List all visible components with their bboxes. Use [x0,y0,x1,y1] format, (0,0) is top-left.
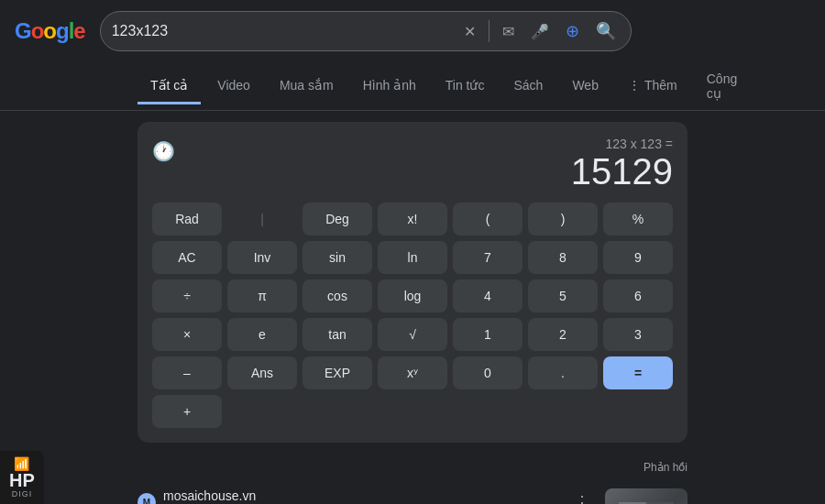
google-logo: Google [15,18,85,44]
calc-btn-4[interactable]: 4 [453,279,522,312]
calc-history-icon[interactable]: 🕐 [152,140,175,162]
tab-more-label: Thêm [644,78,677,93]
calc-btn-deg[interactable]: Deg [302,203,372,236]
calc-btn-multiply[interactable]: × [152,318,222,351]
calc-btn-dot[interactable]: . [528,356,598,389]
calc-btn-equals[interactable]: = [603,356,673,389]
calc-btn-2[interactable]: 2 [528,318,598,351]
search-bar: ✕ ✉ 🎤 ⊕ 🔍 [100,11,632,51]
hp-watermark: 📶 HP DIGI [0,451,44,504]
calc-btn-exp[interactable]: EXP [302,356,372,389]
main-content: 🕐 123 x 123 = 15129 Rad | Deg x! ( ) % A… [0,111,825,504]
nav-tabs: Tất cả Video Mua sắm Hình ảnh Tin tức Sá… [0,62,825,111]
tab-news[interactable]: Tin tức [433,69,498,104]
result-thumbnail [605,488,688,504]
wifi-icon: 📶 [14,456,29,471]
result-url-info: mosaichouse.vn https://mosaichouse.vn › … [163,488,566,504]
calculator: 🕐 123 x 123 = 15129 Rad | Deg x! ( ) % A… [138,122,688,443]
tab-all[interactable]: Tất cả [138,69,201,104]
calc-btn-percent[interactable]: % [603,203,673,236]
thumbnail-image [605,488,688,504]
feedback-row: Phản hồi [138,457,688,477]
calc-buttons: Rad | Deg x! ( ) % AC Inv sin ln 7 8 9 ÷… [152,203,673,428]
hp-logo-sub: DIGI [12,489,33,499]
calc-btn-ans[interactable]: Ans [227,356,297,389]
tab-video[interactable]: Video [204,69,263,104]
calc-btn-inv[interactable]: Inv [227,241,297,274]
calc-btn-close-paren[interactable]: ) [528,203,598,236]
calc-btn-ac[interactable]: AC [152,241,222,274]
calc-display: 🕐 123 x 123 = 15129 [152,137,673,192]
calc-btn-8[interactable]: 8 [528,241,598,274]
divider [489,20,490,42]
calc-expression: 123 x 123 = [186,137,673,151]
feedback-link[interactable]: Phản hồi [644,461,688,474]
calc-btn-power[interactable]: xʸ [378,356,447,389]
tab-images[interactable]: Hình ảnh [350,69,429,104]
result-menu-icon[interactable]: ⋮ [574,492,590,504]
hp-logo: HP [9,471,35,489]
calc-btn-divide[interactable]: ÷ [152,279,222,312]
calc-btn-6[interactable]: 6 [603,279,673,312]
result-source: M mosaichouse.vn https://mosaichouse.vn … [138,488,590,504]
result-content: M mosaichouse.vn https://mosaichouse.vn … [138,488,590,504]
calc-btn-log[interactable]: log [378,279,447,312]
mail-icon[interactable]: ✉ [499,19,518,44]
clear-button[interactable]: ✕ [460,19,479,44]
tab-books[interactable]: Sách [500,69,556,104]
calc-btn-5[interactable]: 5 [528,279,598,312]
tools-button[interactable]: Công cụ [694,62,750,110]
calc-btn-ln[interactable]: ln [378,241,447,274]
calc-btn-open-paren[interactable]: ( [453,203,522,236]
calc-result-area: 123 x 123 = 15129 [186,137,673,192]
calc-btn-7[interactable]: 7 [453,241,522,274]
calc-result: 15129 [186,151,673,192]
calc-btn-1[interactable]: 1 [453,318,522,351]
tab-web[interactable]: Web [559,69,611,104]
calc-btn-tan[interactable]: tan [302,318,372,351]
result-favicon: M [138,493,156,504]
calc-btn-plus[interactable]: + [152,395,222,428]
calc-btn-minus[interactable]: – [152,356,222,389]
calc-btn-cos[interactable]: cos [302,279,372,312]
search-result: M mosaichouse.vn https://mosaichouse.vn … [138,488,688,504]
calc-btn-sin[interactable]: sin [302,241,372,274]
calc-btn-pi[interactable]: π [227,279,297,312]
calc-btn-rad[interactable]: Rad [152,203,222,236]
tab-shopping[interactable]: Mua sắm [267,69,346,104]
search-icons: ✕ ✉ 🎤 ⊕ 🔍 [460,17,620,45]
search-input[interactable] [112,23,453,39]
calc-btn-sqrt[interactable]: √ [378,318,447,351]
mic-icon[interactable]: 🎤 [527,19,553,44]
calc-btn-divider: | [227,203,297,236]
calc-btn-9[interactable]: 9 [603,241,673,274]
more-dots-icon: ⋮ [628,78,641,93]
calc-btn-factorial[interactable]: x! [378,203,447,236]
header: Google ✕ ✉ 🎤 ⊕ 🔍 [0,0,825,62]
result-domain: mosaichouse.vn [163,488,566,503]
calc-btn-0[interactable]: 0 [453,356,522,389]
calc-btn-e[interactable]: e [227,318,297,351]
search-button[interactable]: 🔍 [592,17,620,45]
tab-more[interactable]: ⋮ Thêm [615,69,690,104]
lens-icon[interactable]: ⊕ [562,17,583,45]
calc-btn-3[interactable]: 3 [603,318,673,351]
